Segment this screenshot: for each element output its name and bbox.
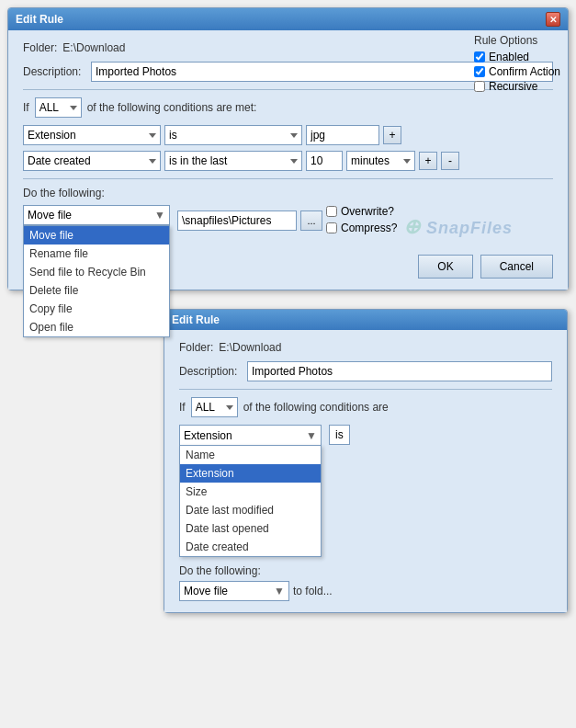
rule-options-panel: Rule Options Enabled Confirm Action Recu… (467, 30, 568, 98)
action-select-container: Move file ▼ Move fileRename fileSend fil… (23, 205, 170, 225)
action-dropdown-arrow: ▼ (151, 209, 169, 222)
folder-value-2: E:\Download (219, 341, 281, 354)
edit-rule-dialog-2: Edit Rule Folder: E:\Download Descriptio… (164, 309, 568, 613)
action-dropdown-arrow-2: ▼ (270, 585, 288, 597)
condition-operator-2[interactable]: is in the last is not in the last is bef… (164, 151, 302, 171)
condition-row-2: Extension Name Size Date last modified D… (23, 151, 553, 171)
do-following-label: Do the following: (23, 187, 553, 199)
action-selected-value: Move file (24, 207, 151, 223)
remove-condition-2-button[interactable]: - (441, 152, 459, 170)
action-hint: Do the following: (179, 564, 552, 581)
rule-options-title: Rule Options (474, 34, 560, 47)
field-dropdown-arrow: ▼ (302, 429, 321, 442)
action-select-display-2[interactable]: Move file ▼ (179, 581, 289, 601)
action-option-1[interactable]: Rename file (24, 245, 169, 263)
condition-value-1[interactable] (306, 125, 379, 145)
condition-unit-2[interactable]: minutes hours days weeks (346, 151, 415, 171)
condition-row-1: Extension Name Size Date last modified D… (23, 125, 553, 145)
compress-row: Compress? (326, 222, 397, 234)
add-condition-1-button[interactable]: + (383, 126, 401, 144)
folder-row-2: Folder: E:\Download (179, 341, 552, 354)
compress-checkbox[interactable] (326, 222, 337, 233)
recursive-checkbox[interactable] (474, 81, 485, 92)
description-row-2: Description: (179, 361, 552, 381)
dialog-titlebar-2: Edit Rule (164, 310, 567, 330)
action-option-2[interactable]: Send file to Recycle Bin (24, 263, 169, 281)
overwrite-row: Overwrite? (326, 205, 397, 218)
conditions-header: If ALL ANY of the following conditions a… (23, 97, 553, 118)
recursive-label: Recursive (489, 80, 537, 93)
ext-option-date-modified[interactable]: Date last modified (180, 501, 321, 519)
enabled-label: Enabled (489, 51, 529, 63)
condition-field-2[interactable]: Extension Name Size Date last modified D… (23, 151, 161, 171)
dialog-title-2: Edit Rule (172, 313, 220, 326)
of-label: of the following conditions are met: (87, 101, 257, 114)
overwrite-label: Overwrite? (341, 205, 394, 218)
folder-value: E:\Download (62, 41, 125, 54)
action-row: Move file ▼ Move fileRename fileSend fil… (23, 205, 553, 236)
do-following-label-2: Do the following: (179, 564, 261, 577)
enabled-checkbox[interactable] (474, 51, 485, 63)
ok-button[interactable]: OK (418, 255, 472, 279)
action-dropdown: Move fileRename fileSend file to Recycle… (23, 225, 170, 337)
field-select-container: Extension ▼ Name Extension Size Date las… (179, 425, 322, 445)
edit-rule-dialog-1: Edit Rule ✕ Rule Options Enabled Confirm… (7, 7, 569, 290)
compress-label: Compress? (341, 222, 397, 234)
ext-option-date-opened[interactable]: Date last opened (180, 519, 321, 538)
folder-label: Folder: (23, 41, 57, 54)
action-option-0[interactable]: Move file (24, 226, 169, 245)
ext-option-date-created[interactable]: Date created (180, 538, 321, 556)
to-folder-label: to fold... (293, 585, 333, 597)
if-label: If (23, 101, 29, 114)
condition-field-1[interactable]: Extension Name Size Date last modified D… (23, 125, 161, 145)
close-button-1[interactable]: ✕ (546, 12, 560, 27)
recursive-row: Recursive (474, 80, 560, 93)
description-label: Description: (23, 65, 87, 78)
enabled-row: Enabled (474, 51, 560, 63)
cancel-button[interactable]: Cancel (480, 255, 553, 279)
confirm-row: Confirm Action (474, 65, 560, 78)
divider-2 (23, 178, 553, 179)
dialog-title-1: Edit Rule (16, 13, 63, 26)
description-input-2[interactable] (247, 361, 552, 381)
action-row-2: Move file ▼ to fold... (179, 581, 552, 601)
overwrite-options: Overwrite? Compress? (326, 205, 397, 236)
action-option-5[interactable]: Open file (24, 318, 169, 336)
extension-dropdown: Name Extension Size Date last modified D… (179, 445, 322, 557)
field-select-display[interactable]: Extension ▼ (179, 425, 322, 445)
action-option-4[interactable]: Copy file (24, 300, 169, 318)
action-option-3[interactable]: Delete file (24, 281, 169, 300)
condition-value-2[interactable] (306, 151, 343, 171)
ext-option-name[interactable]: Name (180, 446, 321, 464)
divider-3 (179, 389, 552, 390)
all-select-2[interactable]: ALL ANY (191, 397, 238, 417)
ext-option-extension[interactable]: Extension (180, 464, 321, 483)
ext-option-size[interactable]: Size (180, 483, 321, 501)
action-selected-value-2: Move file (180, 583, 270, 599)
all-select[interactable]: ALL ANY (35, 97, 82, 118)
overwrite-checkbox[interactable] (326, 206, 337, 217)
action-select-display[interactable]: Move file ▼ (23, 205, 170, 225)
path-row: ... Overwrite? Compress? (177, 205, 553, 236)
folder-label-2: Folder: (179, 341, 213, 354)
browse-button[interactable]: ... (300, 210, 322, 231)
description-label-2: Description: (179, 365, 243, 378)
condition-row-2-dialog2: Extension ▼ Name Extension Size Date las… (179, 425, 552, 445)
dialog-titlebar-1: Edit Rule ✕ (8, 8, 568, 30)
path-input[interactable] (177, 210, 297, 231)
of-label-2: of the following conditions are (243, 401, 389, 414)
condition-operator-1[interactable]: is is not contains (164, 125, 302, 145)
confirm-checkbox[interactable] (474, 66, 485, 77)
field-selected-value: Extension (180, 427, 302, 444)
confirm-label: Confirm Action (489, 65, 560, 78)
conditions-header-2: If ALL ANY of the following conditions a… (179, 397, 552, 417)
if-label-2: If (179, 401, 186, 414)
add-condition-2-button[interactable]: + (419, 152, 437, 170)
operator-display-2: is (329, 425, 350, 445)
action-right-panel: ... Overwrite? Compress? (177, 205, 553, 236)
